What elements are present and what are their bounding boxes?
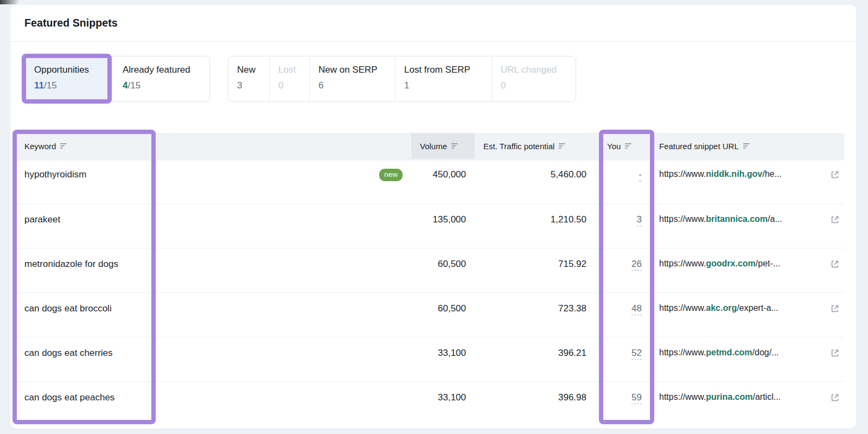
you-cell: 3	[590, 204, 653, 248]
url-cell: https://www.britannica.com/a...	[653, 204, 844, 248]
column-header-you[interactable]: You	[590, 133, 653, 159]
filter-count: 0	[501, 80, 567, 91]
snippet-url-link[interactable]: https://www.niddk.nih.gov/he...	[659, 169, 782, 179]
snippet-url-link[interactable]: https://www.purina.com/articl...	[659, 392, 781, 402]
snippet-tab-group: Opportunities 11/15 Already featured 4/1…	[24, 56, 210, 102]
url-domain: britannica.com	[706, 214, 768, 224]
url-cell: https://www.petmd.com/dog/...	[653, 337, 844, 381]
url-cell: https://www.purina.com/articl...	[653, 382, 844, 426]
external-link-icon[interactable]	[830, 393, 840, 403]
snippet-url-link[interactable]: https://www.petmd.com/dog/...	[659, 348, 779, 358]
tab-already-featured[interactable]: Already featured 4/15	[111, 56, 209, 101]
url-domain: akc.org	[706, 303, 737, 312]
you-position-value[interactable]: 26	[631, 259, 642, 271]
keyword-text[interactable]: can dogs eat broccoli	[24, 303, 112, 314]
keyword-cell: can dogs eat cherries	[14, 337, 411, 381]
url-path: /pet-...	[756, 259, 780, 268]
filter-count: 1	[404, 80, 483, 91]
url-cell: https://www.niddk.nih.gov/he...	[653, 159, 844, 203]
sort-icon[interactable]	[625, 143, 632, 149]
external-link-icon[interactable]	[830, 348, 840, 358]
table-row: can dogs eat cherries 33,100 396.21 52 h…	[14, 337, 844, 381]
filter-count: 6	[318, 80, 386, 91]
snippet-url-link[interactable]: https://www.goodrx.com/pet-...	[659, 259, 780, 269]
tab-label: Already featured	[123, 65, 209, 75]
url-prefix: https://www.	[659, 348, 706, 357]
tab-count-total: /15	[44, 80, 57, 91]
table-row: can dogs eat broccoli 60,500 723.38 48 h…	[14, 292, 844, 337]
sort-icon[interactable]	[743, 143, 750, 149]
tab-label: Opportunities	[34, 65, 111, 75]
screen-corner-artifact	[0, 0, 20, 4]
table-row: can dogs eat peaches 33,100 396.98 59 ht…	[14, 381, 844, 426]
url-prefix: https://www.	[659, 169, 706, 178]
volume-value: 60,500	[411, 293, 475, 337]
filter-new-on-serp[interactable]: New on SERP 6	[309, 56, 395, 101]
tab-opportunities[interactable]: Opportunities 11/15	[24, 56, 111, 101]
url-path: /a...	[768, 214, 782, 224]
url-domain: goodrx.com	[706, 259, 756, 268]
external-link-icon[interactable]	[830, 215, 840, 225]
you-position-value[interactable]: 48	[631, 303, 642, 315]
traffic-potential-value: 723.38	[475, 293, 590, 337]
table-row: hypothyroidism new 450,000 5,460.00 - ht…	[14, 159, 844, 203]
url-domain: petmd.com	[706, 348, 752, 357]
traffic-potential-value: 715.92	[475, 248, 590, 292]
external-link-icon[interactable]	[830, 304, 840, 314]
sort-icon[interactable]	[451, 143, 458, 149]
filter-count: 0	[278, 80, 301, 91]
status-filter-group: New 3 Lost 0 New on SERP 6 Lost from SER…	[228, 56, 576, 102]
volume-value: 33,100	[411, 382, 475, 426]
url-path: /expert-a...	[737, 303, 778, 312]
you-position-value[interactable]: 52	[631, 348, 642, 360]
snippet-url-link[interactable]: https://www.britannica.com/a...	[659, 214, 782, 224]
keyword-text[interactable]: can dogs eat cherries	[24, 348, 113, 359]
url-prefix: https://www.	[659, 303, 706, 312]
filter-label: New	[237, 65, 260, 75]
you-position-value[interactable]: -	[639, 169, 642, 181]
you-position-value[interactable]: 59	[631, 392, 642, 404]
traffic-potential-value: 396.21	[475, 337, 590, 381]
you-cell: -	[590, 159, 653, 203]
you-cell: 26	[590, 248, 653, 292]
url-cell: https://www.goodrx.com/pet-...	[653, 248, 844, 292]
column-header-traffic-potential[interactable]: Est. Traffic potential	[475, 133, 590, 159]
featured-snippets-card: Featured Snippets Opportunities 11/15 Al…	[10, 5, 856, 429]
new-badge: new	[379, 169, 403, 181]
tab-count-total: /15	[127, 80, 141, 91]
column-header-label: Featured snippet URL	[659, 142, 739, 151]
traffic-potential-value: 396.98	[475, 382, 590, 426]
filter-lost-from-serp[interactable]: Lost from SERP 1	[395, 56, 492, 101]
column-header-label: You	[607, 142, 621, 151]
column-header-volume[interactable]: Volume	[411, 133, 475, 159]
url-path: /he...	[762, 169, 782, 178]
table-body: hypothyroidism new 450,000 5,460.00 - ht…	[14, 159, 844, 426]
keyword-text[interactable]: parakeet	[24, 214, 60, 225]
url-domain: purina.com	[706, 392, 752, 401]
volume-value: 450,000	[411, 159, 475, 203]
keyword-cell: metronidazole for dogs	[14, 248, 411, 292]
column-header-label: Est. Traffic potential	[483, 142, 554, 151]
sort-icon[interactable]	[559, 143, 566, 149]
toolbar: Opportunities 11/15 Already featured 4/1…	[24, 56, 843, 102]
tab-count-value: 11	[34, 80, 44, 91]
url-path: /articl...	[752, 392, 781, 401]
filter-count: 3	[237, 80, 260, 91]
keyword-cell: can dogs eat peaches	[14, 382, 411, 426]
you-position-value[interactable]: 3	[637, 214, 642, 226]
external-link-icon[interactable]	[830, 170, 840, 180]
column-header-label: Keyword	[24, 142, 56, 151]
external-link-icon[interactable]	[830, 259, 840, 269]
snippet-url-link[interactable]: https://www.akc.org/expert-a...	[659, 303, 778, 313]
column-header-featured-snippet-url[interactable]: Featured snippet URL	[653, 133, 844, 159]
keyword-text[interactable]: hypothyroidism	[24, 169, 86, 180]
filter-new[interactable]: New 3	[228, 56, 269, 101]
column-header-keyword[interactable]: Keyword	[14, 133, 411, 159]
traffic-potential-value: 1,210.50	[475, 204, 590, 248]
sort-icon[interactable]	[60, 143, 67, 149]
filter-label: New on SERP	[318, 65, 386, 75]
keyword-text[interactable]: metronidazole for dogs	[24, 259, 118, 270]
filter-label: Lost	[278, 65, 301, 75]
filter-lost: Lost 0	[269, 56, 309, 101]
keyword-text[interactable]: can dogs eat peaches	[24, 392, 114, 403]
